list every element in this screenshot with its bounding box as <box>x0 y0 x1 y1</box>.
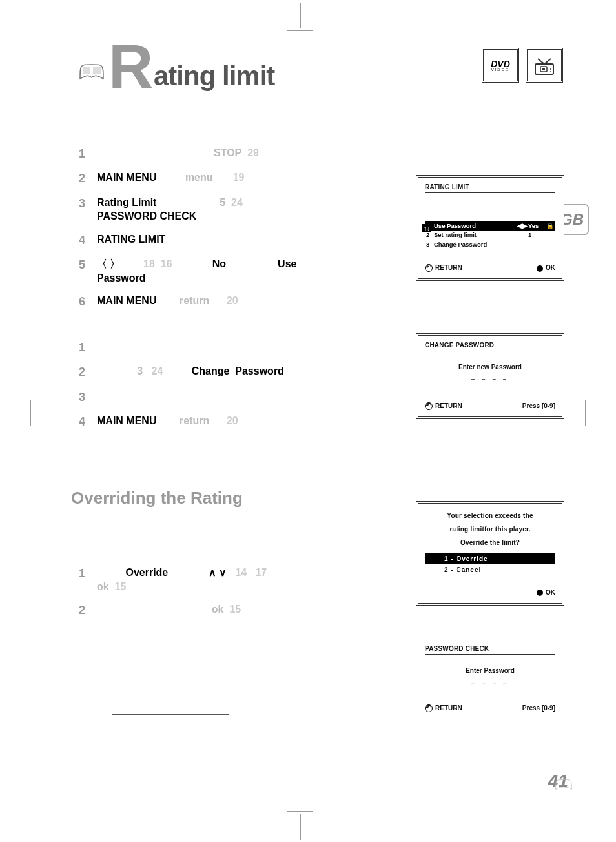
row-value <box>528 241 545 249</box>
crop-mark-top <box>287 0 313 31</box>
text-segment <box>156 172 185 183</box>
osd4-prompt: Enter Password <box>425 666 555 675</box>
svg-point-3 <box>550 68 551 70</box>
crop-mark-right <box>585 400 616 426</box>
osd2-dashes: – – – – <box>425 375 555 384</box>
osd3-line2: rating limitfor this player. <box>425 525 555 533</box>
osd-change-password: CHANGE PASSWORD Enter new Password – – –… <box>416 333 564 419</box>
title-initial: R <box>108 31 150 102</box>
text-segment <box>156 415 180 426</box>
step-number: 4 <box>79 414 97 429</box>
osd2-title: CHANGE PASSWORD <box>425 341 555 351</box>
return-icon <box>425 704 433 712</box>
step-number: 1 <box>79 566 97 593</box>
step-row: 3 <box>79 389 376 405</box>
crop-mark-bottom <box>287 811 313 842</box>
row-arrows: ◀▶ <box>517 222 528 230</box>
osd-override-prompt: Your selection exceeds the rating limitf… <box>416 501 564 606</box>
row-value: Yes <box>528 222 545 230</box>
lock-icon <box>545 241 554 249</box>
text-segment: Password <box>97 272 146 283</box>
step-number: 2 <box>79 602 97 618</box>
text-segment: 〈 〉 <box>97 258 120 269</box>
osd2-press: Press [0-9] <box>522 402 555 410</box>
step-number: 3 <box>79 389 97 405</box>
lock-icon: 🔒 <box>545 222 554 230</box>
text-segment <box>156 295 180 306</box>
text-segment: 15 <box>223 604 241 615</box>
row-label: Set rating limit <box>434 231 517 239</box>
text-segment: Use <box>278 258 296 269</box>
text-segment: ok <box>97 581 109 592</box>
page-corner-book-icon <box>554 774 573 789</box>
row-label: Use Password <box>434 222 517 230</box>
text-segment: MAIN MENU <box>97 295 156 306</box>
step-body: Override ∧ ∨ 14 17ok 15 <box>97 566 376 593</box>
step-body <box>97 389 376 405</box>
text-segment: Override <box>125 567 168 578</box>
text-segment: 14 17 <box>227 567 267 578</box>
step-number: 1 <box>79 146 97 161</box>
page-content: R ating limit DVD VIDEO GB 1STOP 292MAIN… <box>48 36 570 785</box>
text-segment <box>97 604 212 615</box>
step-number: 5 <box>79 257 97 285</box>
step-row: 1 <box>79 340 376 355</box>
osd-rating-limit: RATING LIMIT ↑↓ 1Use Password◀▶Yes🔒2Set … <box>416 175 564 281</box>
osd3-option-override: 1 - Override <box>425 553 555 564</box>
text-segment <box>226 258 278 269</box>
text-segment: return <box>180 415 209 426</box>
page-footer-rule <box>79 785 570 785</box>
text-segment: 19 <box>213 172 245 183</box>
tv-badge <box>526 48 563 83</box>
text-segment: return <box>180 295 209 306</box>
osd1-title: RATING LIMIT <box>425 183 555 193</box>
step-body: MAIN MENU return 20 <box>97 294 376 309</box>
step-body: ok 15 <box>97 602 376 618</box>
dvd-badge: DVD VIDEO <box>482 48 519 83</box>
text-segment: menu <box>185 172 213 183</box>
crop-mark-left <box>0 400 31 426</box>
row-label: Change Password <box>434 241 517 249</box>
osd4-title: PASSWORD CHECK <box>425 644 555 655</box>
step-number: 3 <box>79 196 97 223</box>
step-body: Rating Limit 5 24PASSWORD CHECK <box>97 196 376 223</box>
text-segment <box>163 365 191 376</box>
step-number: 2 <box>79 364 97 380</box>
section3-steps: 1 Override ∧ ∨ 14 17ok 152 ok 15 <box>79 566 376 627</box>
step-row: 2 3 24 Change Password <box>79 364 376 380</box>
osd1-return: RETURN <box>425 263 462 272</box>
step-row: 3Rating Limit 5 24PASSWORD CHECK <box>79 196 376 223</box>
step-body: RATING LIMIT <box>97 232 376 248</box>
text-segment <box>97 567 125 578</box>
osd4-press: Press [0-9] <box>522 704 555 712</box>
step-number: 2 <box>79 170 97 186</box>
step-number: 1 <box>79 340 97 355</box>
step-row: 2MAIN MENU menu 19 <box>79 170 376 186</box>
row-arrows <box>517 241 528 249</box>
section1-steps: 1STOP 292MAIN MENU menu 193Rating Limit … <box>79 146 376 319</box>
osd4-return: RETURN <box>425 704 462 712</box>
dvd-sub-label: VIDEO <box>491 68 510 72</box>
osd-menu-row: 2Set rating limit1 <box>425 231 555 240</box>
step-row: 1STOP 29 <box>79 146 376 161</box>
title-row: R ating limit DVD VIDEO <box>77 36 570 101</box>
row-num: 2 <box>426 231 434 239</box>
section2-steps: 12 3 24 Change Password34MAIN MENU retur… <box>79 340 376 438</box>
step-body: 〈 〉 18 16 No UsePassword <box>97 257 376 285</box>
step-row: 1 Override ∧ ∨ 14 17ok 15 <box>79 566 376 593</box>
osd-menu-row: 1Use Password◀▶Yes🔒 <box>425 221 555 231</box>
step-body <box>97 340 376 355</box>
text-segment: 20 <box>209 295 238 306</box>
osd2-return: RETURN <box>425 402 462 410</box>
text-segment: STOP <box>214 147 241 158</box>
osd3-option-cancel: 2 - Cancel <box>425 564 555 575</box>
osd3-line1: Your selection exceeds the <box>425 511 555 520</box>
step-row: 4MAIN MENU return 20 <box>79 414 376 429</box>
return-icon <box>425 402 433 410</box>
osd1-ok: OK <box>537 263 555 272</box>
text-segment: ∧ ∨ <box>168 567 227 578</box>
updown-icon: ↑↓ <box>422 224 431 232</box>
text-segment: 20 <box>209 415 238 426</box>
text-segment: 24 <box>225 197 243 208</box>
ok-dot-icon <box>537 590 543 596</box>
